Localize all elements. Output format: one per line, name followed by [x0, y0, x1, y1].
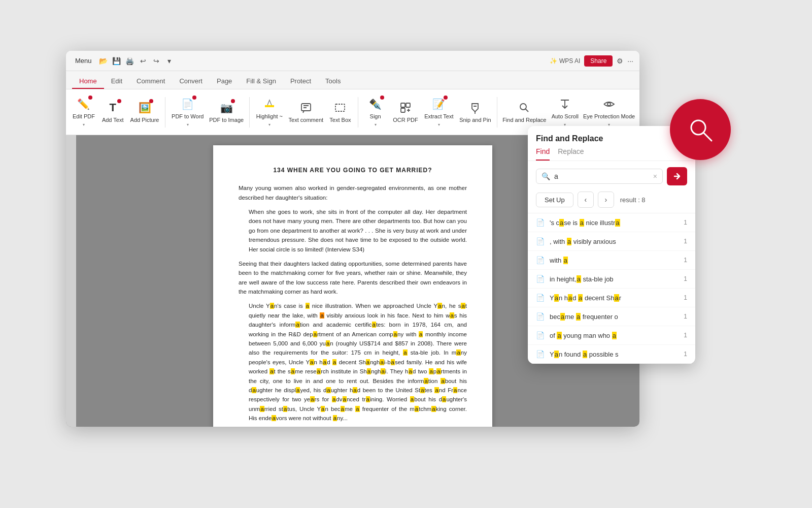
fnr-tab-replace[interactable]: Replace	[558, 147, 584, 161]
svg-point-7	[607, 103, 611, 106]
fnr-doc-icon-5: 📄	[536, 294, 545, 302]
fnr-result-badge-8: 1	[684, 351, 687, 358]
tab-protect[interactable]: Protect	[283, 74, 318, 89]
save-icon[interactable]: 💾	[112, 56, 121, 66]
pdf-to-word-button[interactable]: 📄 PDF to Word ▾	[170, 94, 206, 130]
fnr-tab-find[interactable]: Find	[536, 147, 550, 161]
fnr-doc-icon-6: 📄	[536, 312, 545, 321]
doc-para-4: Uncle Yan's case is a nice illustration.…	[239, 301, 467, 423]
ribbon-sep-3	[358, 97, 358, 128]
svg-rect-3	[401, 103, 405, 107]
snip-pin-button[interactable]: Snip and Pin	[457, 98, 493, 126]
wps-ai-label: WPS AI	[559, 57, 580, 65]
print-icon[interactable]: 🖨️	[125, 56, 134, 66]
fnr-result-text-8: Yan found a possible s	[550, 351, 679, 358]
highlight-button[interactable]: Highlight ~ ▾	[254, 94, 285, 130]
tab-tools[interactable]: Tools	[318, 74, 348, 89]
ocr-pdf-button[interactable]: OCR PDF	[391, 98, 421, 126]
auto-scroll-button[interactable]: Auto Scroll ▾	[549, 94, 581, 130]
snip-pin-label: Snip and Pin	[459, 117, 491, 123]
title-bar-right: ✨ WPS AI Share ⚙ ···	[550, 55, 633, 67]
wps-ai-icon: ✨	[550, 57, 557, 65]
edit-pdf-arrow: ▾	[83, 122, 85, 127]
eye-protection-icon	[602, 97, 616, 111]
highlight-arrow: ▾	[268, 122, 270, 127]
snip-pin-icon	[468, 101, 482, 115]
fnr-result-item-4[interactable]: 📄 in height,a sta-ble job 1	[528, 270, 695, 289]
fnr-result-badge-3: 1	[684, 257, 687, 264]
edit-pdf-label: Edit PDF	[73, 113, 95, 120]
fnr-result-item-1[interactable]: 📄 's case is a nice illustra 1	[528, 213, 695, 232]
redo-icon[interactable]: ↪	[152, 56, 161, 66]
fnr-input-wrap: 🔍 ×	[536, 169, 663, 184]
fnr-tabs: Find Replace	[528, 143, 695, 161]
settings-icon[interactable]: ⚙	[617, 57, 623, 65]
text-box-icon	[333, 101, 347, 115]
find-replace-button[interactable]: Find and Replace	[501, 98, 547, 126]
extract-text-icon: 📝	[432, 97, 446, 111]
fnr-doc-icon-8: 📄	[536, 350, 545, 358]
undo-icon[interactable]: ↩	[139, 56, 148, 66]
tab-edit[interactable]: Edit	[104, 74, 129, 89]
tab-comment[interactable]: Comment	[129, 74, 172, 89]
svg-rect-2	[335, 104, 345, 111]
tab-fill-sign[interactable]: Fill & Sign	[239, 74, 283, 89]
fnr-result-item-8[interactable]: 📄 Yan found a possible s 1	[528, 345, 695, 364]
tabs-bar: Home Edit Comment Convert Page Fill & Si…	[66, 71, 639, 89]
tab-page[interactable]: Page	[210, 74, 239, 89]
fnr-result-badge-6: 1	[684, 313, 687, 320]
add-picture-label: Add Picture	[130, 117, 159, 123]
folder-open-icon[interactable]: 📂	[99, 56, 108, 66]
menu-button[interactable]: Menu	[72, 56, 95, 66]
add-text-button[interactable]: T Add Text	[99, 98, 126, 126]
tab-home[interactable]: Home	[72, 74, 104, 89]
sign-button[interactable]: ✒️ Sign ▾	[362, 94, 389, 130]
fnr-search-icon: 🔍	[542, 172, 550, 180]
more-icon[interactable]: ▾	[165, 56, 174, 66]
fnr-result-item-6[interactable]: 📄 became a frequenter o 1	[528, 307, 695, 326]
text-box-label: Text Box	[329, 117, 351, 123]
fnr-search-input[interactable]	[554, 172, 649, 180]
find-replace-icon	[517, 101, 531, 115]
title-bar-left: Menu 📂 💾 🖨️ ↩ ↪ ▾	[72, 56, 546, 66]
fnr-next-button[interactable]	[667, 167, 687, 185]
fnr-result-text-2: , with a visibly anxious	[550, 238, 679, 245]
fnr-prev-nav-button[interactable]: ‹	[578, 192, 594, 208]
fnr-setup-button[interactable]: Set Up	[536, 193, 573, 207]
title-bar: Menu 📂 💾 🖨️ ↩ ↪ ▾ ✨ WPS AI Share ⚙ ···	[66, 51, 639, 71]
fnr-clear-button[interactable]: ×	[653, 172, 657, 180]
fnr-result-item-2[interactable]: 📄 , with a visibly anxious 1	[528, 232, 695, 251]
add-text-label: Add Text	[102, 117, 124, 123]
pdf-to-image-button[interactable]: 📷 PDF to Image	[208, 98, 245, 126]
fnr-result-badge-1: 1	[684, 219, 687, 226]
fnr-result-text-6: became a frequenter o	[550, 313, 679, 321]
text-comment-button[interactable]: Text comment	[287, 98, 325, 126]
fnr-next-nav-button[interactable]: ›	[598, 192, 614, 208]
extract-text-arrow: ▾	[438, 122, 440, 127]
fnr-result-item-7[interactable]: 📄 of a young man who a 1	[528, 326, 695, 345]
big-search-button[interactable]	[670, 99, 731, 160]
doc-para-3: Seeing that their daughters lacked datin…	[239, 259, 467, 297]
doc-para-2: When she goes to work, she sits in front…	[239, 207, 467, 254]
edit-pdf-button[interactable]: ✏️ Edit PDF ▾	[70, 94, 97, 130]
pdf-to-image-icon: 📷	[219, 101, 233, 115]
fnr-title: Find and Replace	[536, 134, 603, 143]
doc-para-1: Many young women also worked in gender-s…	[239, 183, 467, 202]
find-replace-label: Find and Replace	[502, 117, 546, 123]
fnr-result-item-5[interactable]: 📄 Yan had a decent Shar 1	[528, 289, 695, 307]
text-comment-icon	[299, 101, 313, 115]
more-options-icon[interactable]: ···	[627, 57, 633, 65]
eye-protection-button[interactable]: Eye Protection Mode ▾	[583, 94, 635, 130]
fnr-result-badge-5: 1	[684, 294, 687, 301]
share-button[interactable]: Share	[584, 55, 613, 67]
fnr-result-item-3[interactable]: 📄 with a 1	[528, 251, 695, 270]
add-picture-button[interactable]: 🖼️ Add Picture	[128, 98, 161, 126]
tab-convert[interactable]: Convert	[172, 74, 210, 89]
wps-ai-button[interactable]: ✨ WPS AI	[550, 57, 580, 65]
fnr-results-list: 📄 's case is a nice illustra 1 📄 , with …	[528, 213, 695, 364]
ocr-pdf-label: OCR PDF	[393, 117, 418, 123]
add-picture-icon: 🖼️	[138, 101, 152, 115]
fnr-result-badge-2: 1	[684, 238, 687, 245]
text-box-button[interactable]: Text Box	[327, 98, 353, 126]
extract-text-button[interactable]: 📝 Extract Text ▾	[422, 94, 455, 130]
